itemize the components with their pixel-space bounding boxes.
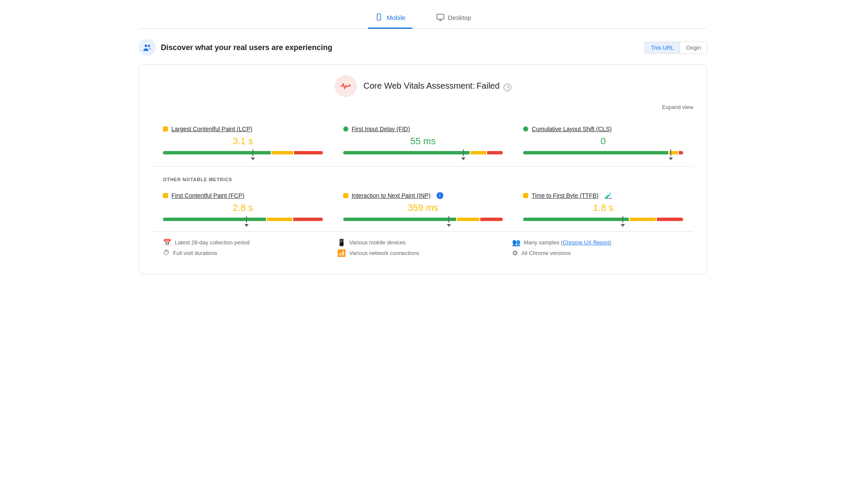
inp-bar-red bbox=[480, 218, 503, 221]
ttfb-progress-bar bbox=[523, 218, 683, 221]
metric-ttfb-name[interactable]: Time to First Byte (TTFB) 🧪 bbox=[523, 192, 683, 199]
ttfb-marker bbox=[622, 216, 623, 223]
fid-pin bbox=[461, 157, 465, 160]
fcp-indicator bbox=[163, 193, 168, 198]
footer-chrome-text: All Chrome versions bbox=[521, 250, 571, 256]
footer-col3: 👥 Many samples (Chrome UX Report) ⚙ All … bbox=[512, 238, 683, 257]
url-toggle: This URL Origin bbox=[644, 42, 707, 54]
footer-collection-text: Latest 28-day collection period bbox=[175, 239, 249, 246]
fcp-marker bbox=[246, 216, 247, 223]
desktop-icon bbox=[436, 13, 445, 22]
lcp-progress-bar bbox=[163, 151, 323, 154]
fcp-bar-green bbox=[163, 218, 266, 221]
origin-button[interactable]: Origin bbox=[680, 42, 707, 53]
ttfb-beaker-icon[interactable]: 🧪 bbox=[605, 192, 612, 199]
inp-info-badge[interactable]: i bbox=[437, 192, 443, 199]
metric-lcp: Largest Contentful Paint (LCP) 3.1 s bbox=[153, 119, 333, 161]
lcp-pin bbox=[251, 157, 255, 160]
metric-lcp-name[interactable]: Largest Contentful Paint (LCP) bbox=[163, 126, 323, 132]
assessment-help-icon[interactable]: ? bbox=[504, 84, 511, 91]
inp-progress-bar bbox=[343, 218, 503, 221]
calendar-icon: 📅 bbox=[163, 238, 171, 246]
fid-bar-green bbox=[343, 151, 470, 154]
footer-visit-durations: ⏱ Full visit durations bbox=[163, 249, 334, 257]
svg-point-5 bbox=[145, 45, 147, 47]
cls-bar-container bbox=[523, 151, 683, 154]
footer-network-text: Various network connections bbox=[349, 250, 419, 256]
cls-marker bbox=[670, 149, 671, 156]
inp-bar-orange bbox=[457, 218, 479, 221]
ttfb-indicator bbox=[523, 193, 528, 198]
section-title: Discover what your real users are experi… bbox=[161, 43, 332, 52]
lcp-bar-orange bbox=[272, 151, 293, 154]
inp-pin bbox=[447, 224, 451, 227]
svg-rect-0 bbox=[377, 14, 381, 20]
fid-bar-red bbox=[487, 151, 503, 154]
assessment-text: Core Web Vitals Assessment: bbox=[364, 81, 475, 90]
metric-inp-name[interactable]: Interaction to Next Paint (INP) i bbox=[343, 192, 503, 199]
this-url-button[interactable]: This URL bbox=[645, 42, 680, 53]
fcp-bar-red bbox=[293, 218, 322, 221]
fcp-bar-container bbox=[163, 218, 323, 221]
svg-point-6 bbox=[148, 45, 150, 47]
svg-marker-7 bbox=[348, 84, 351, 86]
assessment-icon bbox=[335, 75, 357, 97]
chrome-ux-link[interactable]: Chrome UX Report bbox=[563, 239, 610, 246]
inp-marker bbox=[448, 216, 449, 223]
tab-mobile[interactable]: Mobile bbox=[368, 9, 412, 29]
inp-indicator bbox=[343, 193, 348, 198]
network-icon: 📶 bbox=[337, 249, 346, 257]
footer-samples-text: Many samples (Chrome UX Report) bbox=[524, 239, 612, 246]
assessment-section: Core Web Vitals Assessment: Failed ? bbox=[153, 75, 693, 97]
tab-bar: Mobile Desktop bbox=[139, 8, 707, 29]
footer-collection-period: 📅 Latest 28-day collection period bbox=[163, 238, 334, 246]
fid-bar-orange bbox=[471, 151, 486, 154]
tab-desktop-label: Desktop bbox=[448, 14, 471, 21]
ttfb-bar-red bbox=[657, 218, 683, 221]
cls-pin bbox=[669, 157, 673, 160]
expand-view[interactable]: Expand view bbox=[153, 104, 693, 110]
core-metrics-grid: Largest Contentful Paint (LCP) 3.1 s Fir… bbox=[153, 119, 693, 161]
metric-ttfb: Time to First Byte (TTFB) 🧪 1.8 s bbox=[513, 185, 693, 228]
lcp-indicator bbox=[163, 126, 168, 132]
lcp-value: 3.1 s bbox=[163, 136, 323, 147]
footer-samples: 👥 Many samples (Chrome UX Report) bbox=[512, 238, 683, 246]
divider bbox=[153, 166, 693, 167]
section-header: Discover what your real users are experi… bbox=[139, 39, 707, 56]
fid-progress-bar bbox=[343, 151, 503, 154]
fid-marker bbox=[463, 149, 464, 156]
main-card: Core Web Vitals Assessment: Failed ? Exp… bbox=[139, 64, 707, 274]
fcp-progress-bar bbox=[163, 218, 323, 221]
ttfb-bar-orange bbox=[630, 218, 656, 221]
assessment-label: Core Web Vitals Assessment: Failed ? bbox=[364, 81, 512, 91]
footer-col2: 📱 Various mobile devices 📶 Various netwo… bbox=[337, 238, 508, 257]
mobile-devices-icon: 📱 bbox=[337, 238, 346, 246]
metric-cls-name[interactable]: Cumulative Layout Shift (CLS) bbox=[523, 126, 683, 132]
footer-chrome-versions: ⚙ All Chrome versions bbox=[512, 249, 683, 257]
fid-bar-container bbox=[343, 151, 503, 154]
other-metrics-grid: First Contentful Paint (FCP) 2.8 s Inter… bbox=[153, 185, 693, 228]
cls-progress-bar bbox=[523, 151, 683, 154]
lcp-bar-red bbox=[294, 151, 323, 154]
footer-col1: 📅 Latest 28-day collection period ⏱ Full… bbox=[163, 238, 334, 257]
footer-visit-text: Full visit durations bbox=[173, 250, 217, 256]
lcp-bar-green bbox=[163, 151, 271, 154]
footer-devices-text: Various mobile devices bbox=[349, 239, 406, 246]
metric-fid-name[interactable]: First Input Delay (FID) bbox=[343, 126, 503, 132]
metric-fcp-name[interactable]: First Contentful Paint (FCP) bbox=[163, 192, 323, 199]
metric-cls: Cumulative Layout Shift (CLS) 0 bbox=[513, 119, 693, 161]
card-footer: 📅 Latest 28-day collection period ⏱ Full… bbox=[153, 231, 693, 264]
cls-bar-red bbox=[679, 151, 683, 154]
lcp-marker bbox=[252, 149, 253, 156]
metric-fcp: First Contentful Paint (FCP) 2.8 s bbox=[153, 185, 333, 228]
assessment-status: Failed bbox=[476, 81, 499, 90]
fcp-value: 2.8 s bbox=[163, 202, 323, 213]
tab-desktop[interactable]: Desktop bbox=[429, 9, 478, 29]
users-icon bbox=[142, 42, 152, 53]
other-metrics-label: OTHER NOTABLE METRICS bbox=[153, 172, 693, 185]
footer-network-connections: 📶 Various network connections bbox=[337, 249, 508, 257]
cls-indicator bbox=[523, 126, 528, 132]
inp-bar-green bbox=[343, 218, 456, 221]
ttfb-value: 1.8 s bbox=[523, 202, 683, 213]
samples-icon: 👥 bbox=[512, 238, 521, 246]
